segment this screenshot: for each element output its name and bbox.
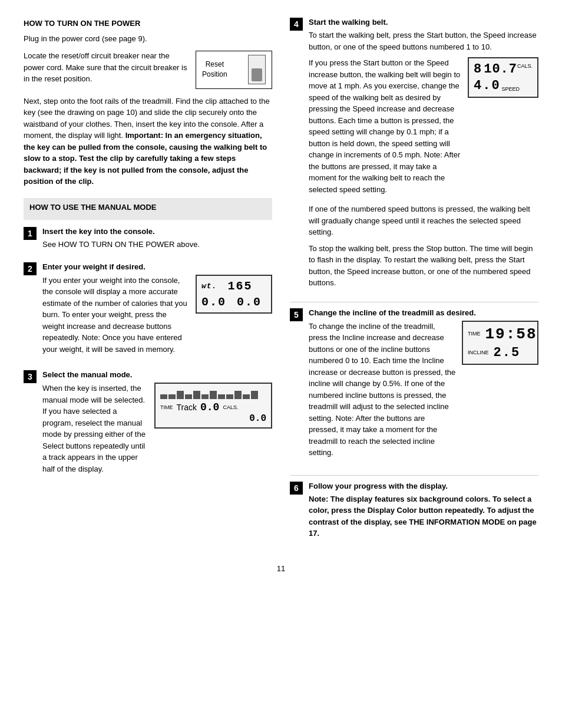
track-bar-12 [251,391,258,399]
step4-body2: If you press the Start button or the Spe… [309,57,462,200]
wt-row2-right: 0.0 [237,295,262,309]
manual-mode-section: HOW TO USE THE MANUAL MODE [24,198,272,220]
reset-position-label: ResetPosition [202,60,227,80]
step4-body3: If one of the numbered speed buttons is … [309,203,538,238]
track-bar-7 [210,391,217,399]
weight-display-row2: 0.0 0.0 [201,295,266,309]
step4-block: 4 Start the walking belt. To start the w… [290,18,538,294]
divider1 [290,302,538,302]
digit-40: 4.0 [474,78,501,93]
step5-block: 5 Change the incline of the treadmill as… [290,308,538,467]
step2-title: Enter your weight if desired. [42,262,272,271]
step6-body-bold: Note: The display features six backgroun… [309,495,537,538]
reset-text: Locate the reset/off circuit breaker nea… [24,50,190,90]
cals-row: 8 10.7 CALS. [474,62,533,77]
step4-number: 4 [290,18,303,31]
track-bar-9 [226,394,233,399]
step3-number: 3 [24,370,37,383]
right-column: 4 Start the walking belt. To start the w… [290,18,538,552]
incline-display: TIME 19:58 INCLINE 2.5 [462,321,538,365]
step1-title: Insert the key into the console. [42,227,272,236]
weight-display: wt. 165 0.0 0.0 [196,275,272,314]
divider2 [290,475,538,476]
para3: Next, step onto the foot rails of the tr… [24,95,272,187]
speed-label: SPEED [502,86,520,92]
para1: Plug in the power cord (see page 9). [24,33,272,45]
page-number: 11 [24,564,538,573]
step6-number: 6 [290,482,303,495]
track-digits: 0.0 [200,401,219,413]
step4-display-block: If you press the Start button or the Spe… [309,57,538,200]
step5-content: Change the incline of the treadmill as d… [309,308,538,467]
track-bar-11 [243,394,250,399]
track-bar-8 [218,394,225,399]
track-bar-2 [168,394,176,399]
cals-label: CALS. [517,63,533,69]
step1-number: 1 [24,227,37,240]
track-word: Track [177,403,197,412]
weight-display-row1: wt. 165 [201,279,266,293]
step4-title: Start the walking belt. [309,18,538,27]
track-bar-1 [160,394,167,399]
step1-body: See HOW TO TURN ON THE POWER above. [42,239,272,251]
incline-time-label: TIME [468,330,481,338]
reset-box: Locate the reset/off circuit breaker nea… [24,50,272,90]
step6-body: Note: The display features six backgroun… [309,493,538,539]
step3-title: Select the manual mode. [42,370,272,379]
step3-inner: When the key is inserted, the manual mod… [42,383,272,478]
step5-display-block: To change the incline of the treadmill, … [309,321,538,463]
reset-diagram: ResetPosition [196,51,272,89]
step4-body4: To stop the walking belt, press the Stop… [309,243,538,289]
step5-number: 5 [290,308,303,321]
step3-body: When the key is inserted, the manual mod… [42,383,148,478]
step2-number: 2 [24,262,37,275]
step2-block: 2 Enter your weight if desired. If you e… [24,262,272,363]
step2-content: Enter your weight if desired. If you ent… [42,262,272,363]
track-bar-6 [201,394,209,399]
track-bar-3 [177,391,184,399]
step6-block: 6 Follow your progress with the display.… [290,482,538,544]
step4-content: Start the walking belt. To start the wal… [309,18,538,294]
step3-block: 3 Select the manual mode. When the key i… [24,370,272,482]
speed-row: 4.0 SPEED [474,78,533,93]
track-bars [160,387,266,399]
step2-body: If you enter your weight into the consol… [42,275,190,359]
cals-speed-display: 8 10.7 CALS. 4.0 SPEED [468,57,538,98]
track-display: TIME Track 0.0 CALS. 0.0 [154,383,272,429]
incline-25: 2.5 [494,345,521,360]
step6-content: Follow your progress with the display. N… [309,482,538,544]
incline-1958: 19:58 [485,325,537,343]
step4-body1: To start the walking belt, press the Sta… [309,29,538,52]
reset-switch-icon [248,55,266,84]
step1-block: 1 Insert the key into the console. See H… [24,227,272,254]
step5-body1: To change the incline of the treadmill, … [309,321,456,463]
track-bar-4 [185,394,192,399]
wt-value: 165 [227,279,252,293]
track-bar-10 [234,391,242,399]
digit-8: 8 [474,62,481,77]
step1-content: Insert the key into the console. See HOW… [42,227,272,254]
track-lower: TIME Track 0.0 CALS. [160,401,266,413]
digit-107: 10.7 [484,62,517,77]
wt-row2-left: 0.0 [201,295,226,309]
track-bar-5 [193,391,200,399]
incline-time-row: TIME 19:58 [468,325,533,343]
incline-label: INCLINE [468,348,489,357]
page-layout: HOW TO TURN ON THE POWER Plug in the pow… [24,18,538,552]
track-time-label: TIME [160,404,173,410]
track-bottom-digits: 0.0 [160,413,266,424]
step3-content: Select the manual mode. When the key is … [42,370,272,482]
step5-title: Change the incline of the treadmill as d… [309,308,538,317]
wt-label: wt. [201,282,217,291]
step6-title: Follow your progress with the display. [309,482,538,490]
track-bottom: 0.0 [249,413,266,424]
left-column: HOW TO TURN ON THE POWER Plug in the pow… [24,18,272,552]
incline-val-row: INCLINE 2.5 [468,345,533,360]
track-cals-label: CALS. [223,404,238,410]
manual-mode-title: HOW TO USE THE MANUAL MODE [29,202,266,213]
weight-block: If you enter your weight into the consol… [42,275,272,359]
section1-title: HOW TO TURN ON THE POWER [24,18,272,29]
reset-para: Locate the reset/off circuit breaker nea… [24,50,190,85]
